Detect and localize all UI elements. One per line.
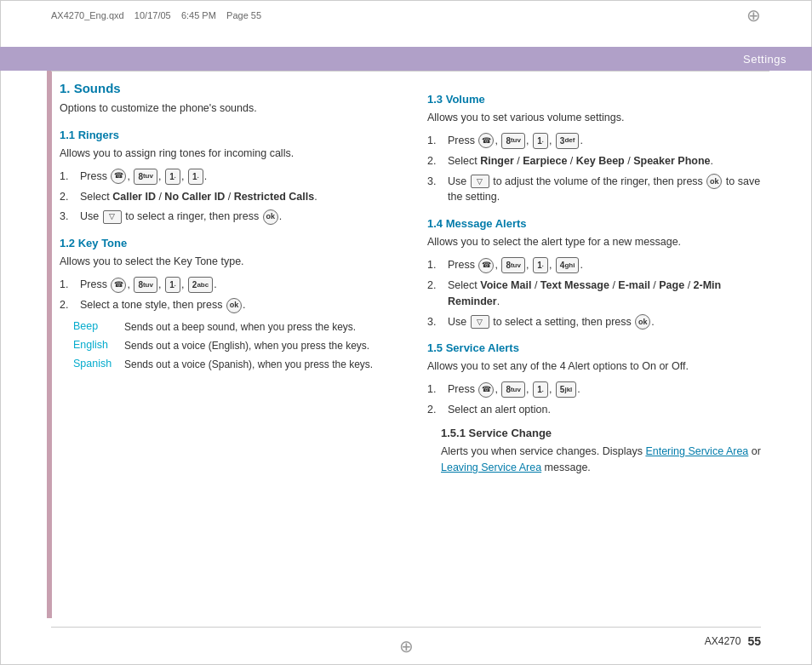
key-5jkl-sa: 5jkl bbox=[556, 381, 576, 398]
svcalerts-step2: 2. Select an alert option. bbox=[427, 402, 769, 418]
key-8tuv-1: 8tuv bbox=[134, 169, 157, 185]
subsection-1-4: 1.4 Message Alerts Allows you to select … bbox=[427, 217, 769, 330]
key-4ghi-ma: 4ghi bbox=[556, 257, 580, 273]
step-num-kt1: 1. bbox=[60, 277, 77, 293]
left-column: 1. Sounds Options to customize the phone… bbox=[60, 81, 402, 614]
tone-spanish-label: Spanish bbox=[73, 358, 116, 370]
step-content: Press ☎, 8tuv, 1., 1.. bbox=[80, 169, 402, 185]
ringers-intro: Allows you to assign ring tones for inco… bbox=[60, 146, 402, 162]
key-phone-v: ☎ bbox=[478, 133, 494, 148]
subsubsection-1-5-1: 1.5.1 Service Change Alerts you when ser… bbox=[441, 427, 769, 476]
subsection-title-ringers: 1.1 Ringers bbox=[60, 129, 402, 141]
svcalerts-intro: Allows you to set any of the 4 Alert opt… bbox=[427, 358, 769, 375]
subsubsection-title-svcchange: 1.5.1 Service Change bbox=[441, 427, 769, 439]
footer-page: 55 bbox=[747, 634, 761, 648]
tone-beep-row: Beep Sends out a beep sound, when you pr… bbox=[73, 320, 402, 335]
ringers-step1: 1. Press ☎, 8tuv, 1., 1.. bbox=[60, 169, 402, 185]
step-num-ma3: 3. bbox=[427, 314, 444, 330]
volume-step3: 3. Use ▽ to adjust the volume of the rin… bbox=[427, 174, 769, 206]
step-num-ma1: 1. bbox=[427, 257, 444, 273]
top-bar: AX4270_Eng.qxd 10/17/05 6:45 PM Page 55 … bbox=[51, 7, 761, 24]
step-content-2: Select Caller ID / No Caller ID / Restri… bbox=[80, 189, 402, 205]
key-phone-ma: ☎ bbox=[478, 258, 494, 273]
step-content-kt1: Press ☎, 8tuv, 1., 2abc. bbox=[80, 277, 402, 293]
key-8tuv-kt: 8tuv bbox=[134, 277, 157, 293]
step-num-v3: 3. bbox=[427, 174, 444, 190]
step-num-3: 3. bbox=[60, 209, 77, 225]
ringers-step2: 2. Select Caller ID / No Caller ID / Res… bbox=[60, 189, 402, 205]
tone-beep-desc: Sends out a beep sound, when you press t… bbox=[124, 320, 402, 335]
link-entering-service: Entering Service Area bbox=[645, 445, 748, 457]
msgalerts-intro: Allows you to select the alert type for … bbox=[427, 234, 769, 250]
header-divider bbox=[51, 71, 769, 72]
step-num-2: 2. bbox=[60, 189, 77, 205]
subsection-title-keytone: 1.2 Key Tone bbox=[60, 237, 402, 249]
msgalerts-step2: 2. Select Voice Mail / Text Message / E-… bbox=[427, 278, 769, 310]
step-num: 1. bbox=[60, 169, 77, 185]
left-accent-bar bbox=[47, 47, 52, 618]
tone-styles: Beep Sends out a beep sound, when you pr… bbox=[73, 320, 402, 371]
key-ok-v: ok bbox=[706, 174, 722, 189]
subsection-title-svcalerts: 1.5 Service Alerts bbox=[427, 341, 769, 354]
step-content-ma1: Press ☎, 8tuv, 1., 4ghi. bbox=[448, 257, 769, 273]
key-ok-ma: ok bbox=[635, 314, 650, 330]
key-1a-v: 1. bbox=[533, 133, 548, 149]
key-8tuv-ma: 8tuv bbox=[501, 257, 525, 273]
keytone-intro: Allows you to select the Key Tone type. bbox=[60, 254, 402, 270]
ringers-step3: 3. Use ▽ to select a ringer, then press … bbox=[60, 209, 402, 225]
top-bar-left: AX4270_Eng.qxd 10/17/05 6:45 PM Page 55 bbox=[51, 10, 261, 20]
step-content-ma2: Select Voice Mail / Text Message / E-mai… bbox=[448, 278, 769, 310]
key-1b-1: 1. bbox=[188, 169, 203, 185]
settings-title: Settings bbox=[743, 53, 786, 66]
section-title-sounds: 1. Sounds bbox=[60, 81, 402, 95]
step-num-sa2: 2. bbox=[427, 402, 444, 418]
step-num-sa1: 1. bbox=[427, 381, 444, 398]
keytone-step1: 1. Press ☎, 8tuv, 1., 2abc. bbox=[60, 277, 402, 293]
tone-english-row: English Sends out a voice (English), whe… bbox=[73, 339, 402, 353]
subsection-title-msgalerts: 1.4 Message Alerts bbox=[427, 217, 769, 230]
step-num-ma2: 2. bbox=[427, 278, 444, 294]
step-content-ma3: Use ▽ to select a setting, then press ok… bbox=[448, 314, 769, 330]
subsection-1-2: 1.2 Key Tone Allows you to select the Ke… bbox=[60, 237, 402, 371]
svcchange-text: Alerts you when service changes. Display… bbox=[441, 444, 769, 476]
key-phone-sa: ☎ bbox=[478, 382, 494, 398]
tone-spanish-row: Spanish Sends out a voice (Spanish), whe… bbox=[73, 358, 402, 372]
right-column: 1.3 Volume Allows you to set various vol… bbox=[427, 81, 769, 614]
msgalerts-step1: 1. Press ☎, 8tuv, 1., 4ghi. bbox=[427, 257, 769, 273]
step-content-v1: Press ☎, 8tuv, 1., 3def. bbox=[448, 133, 769, 149]
key-phone-1: ☎ bbox=[111, 169, 126, 184]
reg-mark-top: ⊕ bbox=[746, 7, 761, 24]
key-1a-1: 1. bbox=[165, 169, 180, 185]
subsection-title-volume: 1.3 Volume bbox=[427, 93, 769, 106]
key-nav-r1: ▽ bbox=[103, 210, 122, 224]
settings-header: Settings bbox=[0, 47, 812, 71]
key-2abc-kt: 2abc bbox=[188, 277, 213, 293]
key-nav-ma: ▽ bbox=[471, 315, 489, 329]
step-content-sa2: Select an alert option. bbox=[448, 402, 769, 418]
volume-step2: 2. Select Ringer / Earpiece / Key Beep /… bbox=[427, 153, 769, 169]
tone-english-label: English bbox=[73, 339, 116, 351]
link-leaving-service: Leaving Service Area bbox=[441, 461, 541, 473]
volume-step1: 1. Press ☎, 8tuv, 1., 3def. bbox=[427, 133, 769, 149]
footer: AX4270 55 bbox=[51, 627, 761, 648]
key-1a-ma: 1. bbox=[533, 257, 548, 273]
key-3def-v: 3def bbox=[556, 133, 580, 149]
key-8tuv-v: 8tuv bbox=[501, 133, 525, 149]
subsection-1-5: 1.5 Service Alerts Allows you to set any… bbox=[427, 341, 769, 475]
main-content: 1. Sounds Options to customize the phone… bbox=[60, 81, 769, 614]
subsection-1-1: 1.1 Ringers Allows you to assign ring to… bbox=[60, 129, 402, 225]
subsection-1-3: 1.3 Volume Allows you to set various vol… bbox=[427, 93, 769, 205]
section-intro-sounds: Options to customize the phone's sounds. bbox=[60, 100, 402, 117]
key-ok-kt: ok bbox=[226, 298, 242, 313]
footer-model: AX4270 bbox=[705, 635, 741, 647]
key-1a-sa: 1. bbox=[533, 381, 548, 398]
step-content-3: Use ▽ to select a ringer, then press ok. bbox=[80, 209, 402, 225]
step-num-v1: 1. bbox=[427, 133, 444, 149]
volume-intro: Allows you to set various volume setting… bbox=[427, 110, 769, 126]
step-content-sa1: Press ☎, 8tuv, 1., 5jkl. bbox=[448, 381, 769, 398]
step-num-v2: 2. bbox=[427, 153, 444, 169]
key-phone-kt: ☎ bbox=[111, 278, 126, 293]
key-8tuv-sa: 8tuv bbox=[501, 381, 525, 398]
tone-beep-label: Beep bbox=[73, 320, 116, 332]
tone-spanish-desc: Sends out a voice (Spanish), when you pr… bbox=[124, 358, 402, 372]
